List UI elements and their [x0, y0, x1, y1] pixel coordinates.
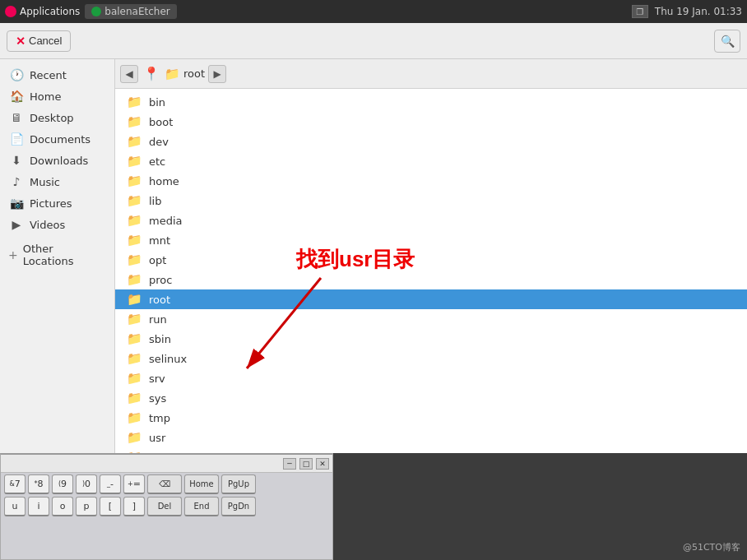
file-item-selinux[interactable]: 📁selinux [115, 349, 747, 368]
key-8[interactable]: * 8 [28, 474, 49, 494]
sidebar-label-documents: Documents [30, 133, 90, 146]
sidebar-item-home[interactable]: 🏠 Home [0, 86, 114, 107]
key-end[interactable]: End [184, 497, 219, 516]
downloads-icon: ⬇ [10, 154, 23, 167]
file-item-var[interactable]: 📁var [115, 447, 747, 453]
folder-icon: 📁 [127, 371, 142, 386]
file-item-bin[interactable]: 📁bin [115, 92, 747, 112]
folder-icon: 📁 [127, 95, 142, 109]
path-current-folder: root [183, 67, 205, 80]
folder-name: etc [149, 155, 165, 168]
file-item-etc[interactable]: 📁etc [115, 151, 747, 171]
keyboard-minimize-button[interactable]: ─ [283, 458, 296, 470]
sidebar-item-recent[interactable]: 🕐 Recent [0, 64, 114, 86]
file-item-usr[interactable]: 📁usr [115, 428, 747, 447]
folder-name: proc [149, 274, 172, 286]
folder-name: mnt [149, 234, 170, 247]
folder-icon: 📁 [127, 272, 142, 287]
app-icon [5, 6, 16, 17]
key-home[interactable]: Home [184, 474, 219, 494]
folder-icon: 📁 [127, 430, 142, 445]
key-pgdn[interactable]: PgDn [221, 497, 256, 516]
dialog-body: 🕐 Recent 🏠 Home 🖥 Desktop 📄 Documents ⬇ … [0, 59, 747, 453]
sidebar-item-other-locations[interactable]: + Other Locations [0, 238, 114, 271]
folder-name: sbin [149, 333, 171, 345]
sidebar-label-recent: Recent [30, 69, 67, 81]
file-item-home[interactable]: 📁home [115, 171, 747, 191]
folder-icon: 📁 [127, 351, 142, 366]
key-pgup[interactable]: PgUp [221, 474, 256, 494]
file-chooser-dialog: ✕ Cancel 🔍 🕐 Recent 🏠 Home 🖥 Desktop 📄 [0, 23, 747, 453]
key-0[interactable]: ) 0 [76, 474, 97, 494]
key-del[interactable]: Del [147, 497, 182, 516]
key-9[interactable]: ( 9 [52, 474, 73, 494]
app-menu[interactable]: Applications [5, 6, 80, 17]
folder-name: bin [149, 96, 165, 109]
file-item-mnt[interactable]: 📁mnt [115, 230, 747, 250]
folder-icon: 📁 [127, 312, 142, 326]
key-lbracket[interactable]: [ [100, 497, 121, 516]
file-item-boot[interactable]: 📁boot [115, 112, 747, 132]
folder-name: media [149, 215, 183, 227]
cancel-label: Cancel [29, 35, 62, 47]
key-o[interactable]: o [52, 497, 73, 516]
file-item-opt[interactable]: 📁opt [115, 250, 747, 270]
sidebar-item-documents[interactable]: 📄 Documents [0, 128, 114, 150]
window-restore-button[interactable]: ❐ [632, 5, 648, 18]
file-item-dev[interactable]: 📁dev [115, 132, 747, 151]
nav-back-button[interactable]: ◀ [120, 65, 138, 83]
nav-forward-button[interactable]: ▶ [208, 65, 226, 83]
key-p[interactable]: p [76, 497, 97, 516]
tab-label: balenaEtcher [104, 6, 169, 17]
keyboard-restore-button[interactable]: □ [299, 458, 313, 470]
key-rbracket[interactable]: ] [123, 497, 145, 516]
path-location-icon: 📍 [143, 66, 160, 81]
folder-name: usr [149, 432, 165, 444]
folder-name: opt [149, 254, 166, 266]
cancel-button[interactable]: ✕ Cancel [7, 30, 71, 52]
folder-name: run [149, 313, 167, 326]
sidebar: 🕐 Recent 🏠 Home 🖥 Desktop 📄 Documents ⬇ … [0, 59, 115, 453]
folder-name: root [149, 294, 170, 306]
keyboard-close-button[interactable]: ✕ [316, 458, 329, 470]
sidebar-label-pictures: Pictures [30, 197, 72, 210]
datetime-label: Thu 19 Jan. 01:33 [655, 6, 742, 17]
folder-icon: 📁 [127, 331, 142, 346]
folder-icon: 📁 [127, 114, 142, 129]
file-item-sys[interactable]: 📁sys [115, 388, 747, 408]
sidebar-label-downloads: Downloads [30, 155, 88, 167]
path-bar: ◀ 📍 📁 root ▶ [115, 59, 747, 89]
virtual-keyboard: ─ □ ✕ & 7 * 8 ( 9 ) 0 _ - + = ⌫ Home PgU… [0, 453, 333, 560]
key-7[interactable]: & 7 [4, 474, 26, 494]
file-item-srv[interactable]: 📁srv [115, 368, 747, 388]
key-i[interactable]: i [28, 497, 49, 516]
sidebar-item-desktop[interactable]: 🖥 Desktop [0, 107, 114, 128]
file-item-root[interactable]: 📁root [115, 289, 747, 309]
sidebar-label-desktop: Desktop [30, 112, 74, 124]
file-item-run[interactable]: 📁run [115, 309, 747, 329]
folder-name: srv [149, 373, 165, 385]
folder-icon: 📁 [127, 292, 142, 307]
folder-icon: 📁 [127, 193, 142, 208]
file-item-tmp[interactable]: 📁tmp [115, 408, 747, 428]
folder-icon: 📁 [127, 213, 142, 228]
key-backspace[interactable]: ⌫ [147, 474, 182, 494]
file-item-proc[interactable]: 📁proc [115, 270, 747, 289]
app-tab[interactable]: balenaEtcher [85, 4, 176, 19]
key-u[interactable]: u [4, 497, 26, 516]
sidebar-label-other-locations: Other Locations [23, 243, 106, 267]
file-item-sbin[interactable]: 📁sbin [115, 329, 747, 349]
key-minus[interactable]: _ - [100, 474, 121, 494]
sidebar-item-downloads[interactable]: ⬇ Downloads [0, 150, 114, 171]
file-item-lib[interactable]: 📁lib [115, 191, 747, 211]
desktop-icon: 🖥 [10, 111, 23, 124]
key-equals[interactable]: + = [123, 474, 145, 494]
sidebar-item-music[interactable]: ♪ Music [0, 171, 114, 192]
folder-name: selinux [149, 353, 187, 365]
sidebar-label-home: Home [30, 90, 61, 103]
sidebar-item-videos[interactable]: ▶ Videos [0, 214, 114, 235]
search-button[interactable]: 🔍 [714, 30, 740, 53]
file-item-media[interactable]: 📁media [115, 211, 747, 230]
sidebar-item-pictures[interactable]: 📷 Pictures [0, 192, 114, 214]
folder-icon: 📁 [127, 134, 142, 149]
